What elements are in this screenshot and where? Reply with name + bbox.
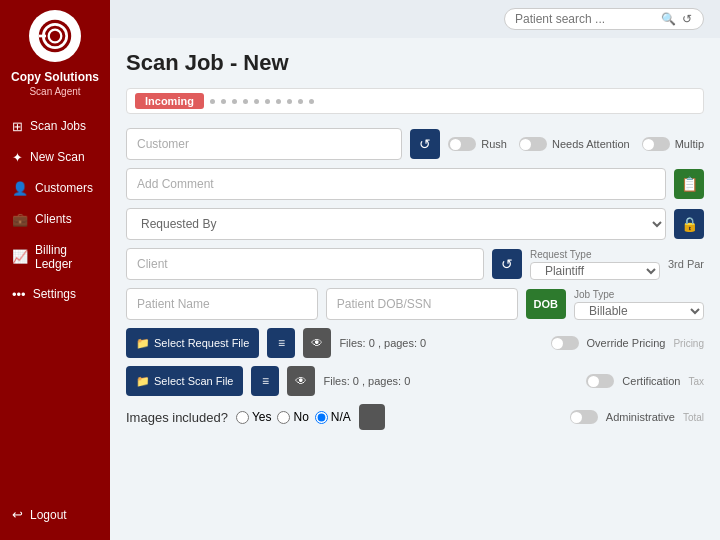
- progress-dot-10: [309, 99, 314, 104]
- requested-by-select[interactable]: Requested By: [126, 208, 666, 240]
- progress-dot-4: [243, 99, 248, 104]
- settings-icon: •••: [12, 287, 26, 302]
- rush-toggle[interactable]: [448, 137, 476, 151]
- requested-by-lock-button[interactable]: 🔒: [674, 209, 704, 239]
- client-input[interactable]: [126, 248, 484, 280]
- select-request-file-label: Select Request File: [154, 337, 249, 349]
- needs-attention-toggle[interactable]: [519, 137, 547, 151]
- main-area: 🔍 ↺ Scan Job - New Incoming ↺: [110, 0, 720, 540]
- pricing-label: Pricing: [673, 338, 704, 349]
- sidebar-item-customers[interactable]: 👤 Customers: [0, 173, 110, 204]
- select-request-file-button[interactable]: 📁 Select Request File: [126, 328, 259, 358]
- images-radio-group: Yes No N/A: [236, 410, 351, 424]
- sidebar-item-settings[interactable]: ••• Settings: [0, 279, 110, 310]
- yes-label: Yes: [252, 410, 272, 424]
- request-files-info: Files: 0 , pages: 0: [339, 337, 426, 349]
- radio-yes[interactable]: [236, 411, 249, 424]
- add-comment-input[interactable]: [126, 168, 666, 200]
- patient-search-input[interactable]: [515, 12, 655, 26]
- job-type-select[interactable]: Billable: [574, 302, 704, 320]
- sidebar-label-new-scan: New Scan: [30, 150, 85, 164]
- scan-file-list-icon[interactable]: ≡: [251, 366, 279, 396]
- sidebar-item-scan-jobs[interactable]: ⊞ Scan Jobs: [0, 111, 110, 142]
- search-icon[interactable]: 🔍: [661, 12, 676, 26]
- company-subtitle: Scan Agent: [29, 86, 80, 97]
- progress-dot-7: [276, 99, 281, 104]
- administrative-label: Administrative: [606, 411, 675, 423]
- client-action-button[interactable]: ↺: [492, 249, 522, 279]
- sidebar-item-logout[interactable]: ↩ Logout: [0, 499, 110, 530]
- administrative-toggle[interactable]: [570, 410, 598, 424]
- patient-row: DOB Job Type Billable: [126, 288, 704, 320]
- request-file-row: 📁 Select Request File ≡ 👁 Files: 0 , pag…: [126, 328, 704, 358]
- comment-row: 📋: [126, 168, 704, 200]
- customer-action-button[interactable]: ↺: [410, 129, 440, 159]
- radio-na-label[interactable]: N/A: [315, 410, 351, 424]
- sidebar-label-billing: Billing Ledger: [35, 243, 98, 271]
- sidebar-bottom: ↩ Logout: [0, 499, 110, 540]
- clients-icon: 💼: [12, 212, 28, 227]
- request-file-list-icon[interactable]: ≡: [267, 328, 295, 358]
- new-scan-icon: ✦: [12, 150, 23, 165]
- third-party-label: 3rd Par: [668, 258, 704, 270]
- radio-yes-label[interactable]: Yes: [236, 410, 272, 424]
- certification-toggle[interactable]: [586, 374, 614, 388]
- progress-step-incoming[interactable]: Incoming: [135, 93, 204, 109]
- progress-bar: Incoming: [126, 88, 704, 114]
- images-row: Images included? Yes No N/A Adm: [126, 404, 704, 430]
- sidebar-label-settings: Settings: [33, 287, 76, 301]
- scan-files-info: Files: 0 , pages: 0: [323, 375, 410, 387]
- sidebar-label-customers: Customers: [35, 181, 93, 195]
- multip-toggle-item: Multip: [642, 137, 704, 151]
- progress-dot-1: [210, 99, 215, 104]
- radio-no[interactable]: [277, 411, 290, 424]
- request-type-select[interactable]: Plaintiff: [530, 262, 660, 280]
- search-box: 🔍 ↺: [504, 8, 704, 30]
- sidebar-item-billing-ledger[interactable]: 📈 Billing Ledger: [0, 235, 110, 279]
- page-title: Scan Job - New: [126, 50, 704, 76]
- dob-button[interactable]: DOB: [526, 289, 566, 319]
- rush-label: Rush: [481, 138, 507, 150]
- select-scan-file-button[interactable]: 📁 Select Scan File: [126, 366, 243, 396]
- request-type-label: Request Type: [530, 249, 660, 260]
- override-pricing-toggle[interactable]: [551, 336, 579, 350]
- client-row: ↺ Request Type Plaintiff 3rd Par: [126, 248, 704, 280]
- sidebar-label-clients: Clients: [35, 212, 72, 226]
- page-content: Scan Job - New Incoming ↺ Rush: [110, 38, 720, 540]
- administrative-row: Administrative: [570, 410, 675, 424]
- sidebar-nav: ⊞ Scan Jobs ✦ New Scan 👤 Customers 💼 Cli…: [0, 111, 110, 310]
- requested-by-row: Requested By 🔒: [126, 208, 704, 240]
- progress-dot-3: [232, 99, 237, 104]
- billing-icon: 📈: [12, 249, 28, 264]
- scan-jobs-icon: ⊞: [12, 119, 23, 134]
- customer-input[interactable]: [126, 128, 402, 160]
- request-type-container: Request Type Plaintiff: [530, 249, 660, 280]
- radio-na[interactable]: [315, 411, 328, 424]
- patient-dob-input[interactable]: [326, 288, 518, 320]
- scan-file-row: 📁 Select Scan File ≡ 👁 Files: 0 , pages:…: [126, 366, 704, 396]
- progress-dot-6: [265, 99, 270, 104]
- patient-name-input[interactable]: [126, 288, 318, 320]
- topbar: 🔍 ↺: [110, 0, 720, 38]
- company-name: Copy Solutions: [11, 70, 99, 86]
- multip-toggle[interactable]: [642, 137, 670, 151]
- needs-attention-toggle-item: Needs Attention: [519, 137, 630, 151]
- select-scan-file-label: Select Scan File: [154, 375, 233, 387]
- request-file-eye-icon[interactable]: 👁: [303, 328, 331, 358]
- logout-icon: ↩: [12, 507, 23, 522]
- job-type-container: Job Type Billable: [574, 289, 704, 320]
- sidebar-item-new-scan[interactable]: ✦ New Scan: [0, 142, 110, 173]
- multip-label: Multip: [675, 138, 704, 150]
- override-pricing-row: Override Pricing: [551, 336, 666, 350]
- sidebar: Copy Solutions Scan Agent ⊞ Scan Jobs ✦ …: [0, 0, 110, 540]
- total-label: Total: [683, 412, 704, 423]
- progress-dot-5: [254, 99, 259, 104]
- progress-dot-9: [298, 99, 303, 104]
- sidebar-item-clients[interactable]: 💼 Clients: [0, 204, 110, 235]
- refresh-icon[interactable]: ↺: [682, 12, 692, 26]
- images-square-button[interactable]: [359, 404, 385, 430]
- radio-no-label[interactable]: No: [277, 410, 308, 424]
- add-comment-button[interactable]: 📋: [674, 169, 704, 199]
- images-included-label: Images included?: [126, 410, 228, 425]
- scan-file-eye-icon[interactable]: 👁: [287, 366, 315, 396]
